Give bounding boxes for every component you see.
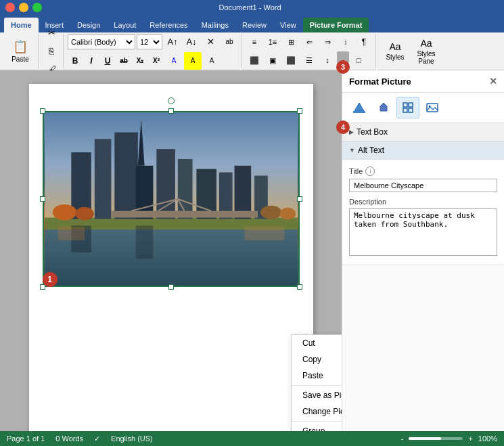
rotate-handle[interactable] — [168, 97, 175, 104]
handle-top-right[interactable] — [297, 108, 302, 114]
font-size-select[interactable]: 12 — [137, 35, 162, 49]
layout-properties-button[interactable] — [396, 97, 419, 118]
tab-design[interactable]: Design — [70, 18, 107, 32]
align-center-button[interactable]: ▣ — [264, 51, 281, 69]
font-family-select[interactable]: Calibri (Body) — [68, 35, 135, 49]
clear-format-button[interactable]: ✕ — [202, 33, 219, 51]
borders-button[interactable]: □ — [350, 51, 367, 69]
zoom-plus[interactable]: + — [468, 434, 472, 443]
handle-middle-right[interactable] — [297, 196, 302, 202]
strikethrough-button[interactable]: ab — [116, 53, 131, 68]
zoom-level: 100% — [478, 434, 497, 443]
panel-header: Format Picture ✕ — [342, 70, 504, 93]
paste-button[interactable]: 📋 Paste — [5, 35, 35, 68]
menu-copy[interactable]: Copy ⌘C — [292, 351, 342, 367]
title-input[interactable] — [349, 179, 497, 192]
handle-bottom-middle[interactable] — [168, 284, 174, 290]
multilevel-list-button[interactable]: ⊞ — [282, 33, 300, 51]
tab-home[interactable]: Home — [4, 18, 39, 32]
tab-mailings[interactable]: Mailings — [195, 18, 235, 32]
window-title: Document1 - Word — [219, 3, 281, 12]
status-right: - + 100% — [401, 434, 497, 443]
indent-decrease-button[interactable]: ⇐ — [300, 33, 318, 51]
alt-text-section-header[interactable]: ▼ Alt Text — [342, 141, 504, 160]
alt-text-label: Alt Text — [358, 146, 384, 155]
handle-bottom-right[interactable] — [297, 284, 302, 290]
menu-paste[interactable]: Paste ⌘V — [292, 367, 342, 384]
text-box-section-header[interactable]: ▶ Text Box — [342, 123, 504, 141]
shape-effects-button[interactable] — [372, 97, 395, 118]
badge-4: 4 — [336, 120, 350, 134]
align-left-button[interactable]: ⬛ — [246, 51, 263, 69]
tab-picture-format[interactable]: Picture Format — [303, 18, 369, 32]
selected-image-container[interactable]: 1 — [43, 111, 300, 287]
picture-format-button[interactable] — [421, 97, 444, 118]
panel-close-button[interactable]: ✕ — [489, 76, 497, 87]
svg-rect-5 — [114, 133, 137, 219]
bullets-button[interactable]: ≡ — [246, 33, 263, 51]
styles-button[interactable]: Aa Styles — [380, 35, 410, 68]
subscript-button[interactable]: X₂ — [133, 53, 147, 68]
sort-button[interactable]: ↕ — [337, 33, 354, 51]
line-spacing-button[interactable]: ↕ — [319, 51, 336, 69]
handle-top-left[interactable] — [40, 108, 45, 114]
italic-button[interactable]: I — [84, 53, 99, 68]
svg-rect-33 — [427, 104, 438, 112]
menu-save-picture[interactable]: Save as Picture... — [292, 387, 342, 403]
styles-pane-button[interactable]: Aa Styles Pane — [411, 35, 441, 68]
tab-layout[interactable]: Layout — [107, 18, 143, 32]
indent-increase-button[interactable]: ⇒ — [319, 33, 336, 51]
maximize-button[interactable] — [32, 3, 42, 12]
show-formatting-button[interactable]: ¶ — [355, 33, 373, 51]
tab-review[interactable]: Review — [235, 18, 273, 32]
fill-effects-button[interactable] — [348, 97, 371, 118]
svg-rect-31 — [403, 108, 407, 112]
handle-bottom-left[interactable] — [40, 284, 45, 290]
svg-rect-29 — [403, 103, 407, 107]
title-bar: Document1 - Word — [0, 0, 504, 15]
bold-button[interactable]: B — [68, 53, 83, 68]
cut-button[interactable]: ✂ — [43, 24, 60, 42]
svg-point-24 — [279, 208, 296, 220]
tab-view[interactable]: View — [273, 18, 303, 32]
panel-title: Format Picture — [349, 76, 411, 87]
handle-top-middle[interactable] — [168, 108, 174, 114]
svg-point-23 — [260, 206, 281, 219]
numbering-button[interactable]: 1≡ — [264, 33, 281, 51]
badge-3: 3 — [336, 60, 350, 74]
increase-font-button[interactable]: A↑ — [164, 33, 181, 51]
format-panel: Format Picture ✕ ▶ Text Box — [342, 70, 504, 431]
menu-group[interactable]: Group ▶ — [292, 423, 342, 431]
zoom-slider[interactable] — [409, 437, 463, 440]
document-page: 1 — [29, 84, 313, 431]
minimize-button[interactable] — [19, 3, 28, 12]
language: English (US) — [111, 434, 153, 443]
window-controls[interactable] — [5, 3, 42, 12]
underline-button[interactable]: U — [100, 53, 115, 68]
svg-point-21 — [52, 204, 76, 221]
shading-button[interactable]: A — [203, 52, 221, 70]
page-count: Page 1 of 1 — [7, 434, 45, 443]
handle-middle-left[interactable] — [40, 196, 45, 202]
text-highlight-button[interactable]: A — [184, 52, 202, 70]
decrease-font-button[interactable]: A↓ — [183, 33, 200, 51]
menu-cut[interactable]: Cut ⌘X — [292, 335, 342, 351]
description-textarea[interactable]: Melbourne cityscape at dusk taken from S… — [349, 208, 497, 256]
svg-rect-20 — [135, 225, 153, 259]
alt-text-arrow: ▼ — [349, 147, 355, 154]
align-right-button[interactable]: ⬛ — [282, 51, 300, 69]
tab-references[interactable]: References — [143, 18, 194, 32]
svg-rect-25 — [58, 227, 84, 240]
copy-button[interactable]: ⎘ — [43, 43, 60, 60]
justify-button[interactable]: ☰ — [300, 51, 318, 69]
font-group: Calibri (Body) 12 A↑ A↓ ✕ ab B I U ab X₂… — [65, 34, 242, 68]
zoom-minus[interactable]: - — [401, 434, 404, 443]
document-area[interactable]: 1 Cut ⌘X Copy ⌘C Paste ⌘V Save as Pictur… — [0, 70, 342, 431]
highlight-button[interactable]: ab — [221, 33, 238, 51]
status-bar: Page 1 of 1 0 Words ✓ English (US) - + 1… — [0, 431, 504, 446]
svg-marker-28 — [380, 103, 387, 111]
superscript-button[interactable]: X² — [149, 53, 164, 68]
menu-change-picture[interactable]: Change Picture... — [292, 403, 342, 420]
close-button[interactable] — [5, 3, 15, 12]
font-color-button[interactable]: A — [165, 52, 183, 70]
